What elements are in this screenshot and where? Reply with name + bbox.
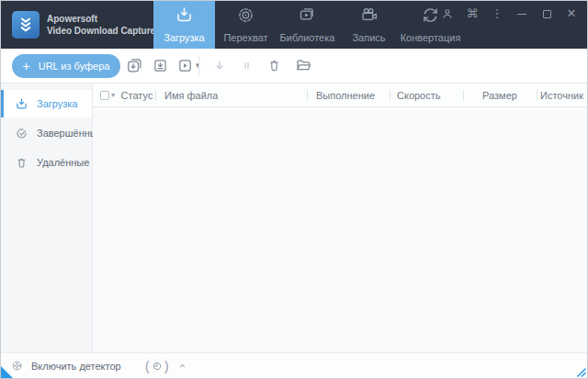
paren-close: ): [164, 359, 169, 373]
app-brand: Apowersoft Video Download Capture: [12, 11, 155, 39]
scheduler-button[interactable]: ( ): [145, 359, 169, 373]
url-from-clipboard-button[interactable]: + URL из буфера: [12, 54, 120, 78]
batch-download-button[interactable]: [126, 57, 143, 74]
folder-open-icon: [295, 57, 312, 74]
maximize-button[interactable]: [540, 7, 553, 20]
sidebar-item-label: Удалённые: [37, 157, 89, 168]
check-icon: [15, 127, 28, 140]
column-header-source[interactable]: Источник: [537, 84, 587, 106]
camera-icon: [359, 6, 379, 28]
convert-icon: [421, 6, 440, 28]
paren-open: (: [145, 359, 150, 373]
close-button[interactable]: ✕: [565, 7, 578, 20]
sidebar-item-deleted[interactable]: Удалённые: [1, 149, 92, 176]
title-bar: Apowersoft Video Download Capture Загруз…: [1, 1, 587, 49]
trash-icon: [15, 156, 28, 170]
tab-library[interactable]: Библиотека: [277, 1, 338, 49]
toolbar-divider: [198, 56, 199, 76]
chevron-up-icon[interactable]: [177, 361, 187, 371]
tab-label: Библиотека: [280, 33, 335, 43]
download-actions-group: ▾: [126, 57, 200, 74]
brand-line-1: Apowersoft: [47, 13, 155, 25]
arrow-down-icon: [212, 59, 227, 73]
caret-down-icon[interactable]: ▾: [111, 91, 115, 99]
minimize-button[interactable]: [515, 7, 528, 20]
brand-line-2: Video Download Capture: [47, 25, 155, 37]
tab-download[interactable]: Загрузка: [153, 1, 215, 49]
detector-toggle-label[interactable]: Включить детектор: [31, 361, 121, 372]
download-square-icon: [153, 58, 168, 73]
pause-button[interactable]: [240, 59, 254, 72]
tab-capture[interactable]: Перехват: [215, 1, 277, 49]
start-download-button[interactable]: [212, 59, 227, 73]
download-to-button[interactable]: [153, 58, 168, 73]
library-icon: [298, 6, 317, 28]
sidebar: Загрузка Завершённые Удалённые: [1, 84, 93, 352]
column-header-status[interactable]: Статус: [119, 84, 155, 106]
download-list: [93, 107, 587, 352]
sidebar-item-completed[interactable]: Завершённые: [1, 119, 92, 147]
open-folder-button[interactable]: [295, 57, 312, 74]
batch-download-icon: [126, 57, 143, 74]
play-download-button[interactable]: ▾: [177, 58, 200, 73]
window-controls: ⌘ ⋮ ✕: [441, 7, 578, 20]
detector-icon[interactable]: [10, 359, 24, 373]
download-icon: [15, 97, 28, 111]
more-menu-icon[interactable]: ⋮: [491, 7, 503, 20]
delete-button[interactable]: [266, 58, 282, 73]
tab-label: Перехват: [223, 33, 267, 43]
column-header-filename[interactable]: Имя файла: [155, 84, 307, 106]
task-actions-group: [212, 57, 312, 74]
column-header-size[interactable]: Размер: [463, 84, 537, 106]
play-square-icon: [177, 58, 193, 73]
column-header-speed[interactable]: Скорость: [390, 84, 463, 106]
trash-icon: [266, 58, 282, 73]
tab-label: Запись: [352, 33, 385, 43]
resize-grip[interactable]: [576, 367, 586, 377]
select-all-checkbox[interactable]: [100, 91, 109, 100]
tab-label: Загрузка: [164, 33, 204, 43]
main-tabs: Загрузка Перехват: [153, 1, 461, 49]
toolbar: + URL из буфера: [1, 49, 587, 84]
target-icon: [236, 6, 255, 28]
user-icon[interactable]: [441, 7, 454, 20]
status-bar: Включить детектор ( ): [1, 352, 587, 378]
sidebar-item-label: Загрузка: [37, 98, 77, 109]
column-header-progress[interactable]: Выполнение: [307, 84, 390, 106]
resize-grip-icon: [576, 367, 586, 377]
sidebar-item-downloads[interactable]: Загрузка: [1, 90, 92, 117]
tab-label: Конвертация: [401, 33, 461, 43]
select-all-cell: ▾: [93, 84, 119, 106]
pause-icon: [240, 59, 254, 72]
table-header: ▾ Статус Имя файла Выполнение Скорость Р…: [93, 84, 587, 107]
app-title: Apowersoft Video Download Capture: [47, 13, 155, 37]
url-button-label: URL из буфера: [39, 61, 110, 72]
download-icon: [175, 6, 194, 28]
plus-icon: +: [23, 60, 30, 72]
app-logo-icon: [12, 11, 40, 39]
app-window: Apowersoft Video Download Capture Загруз…: [0, 0, 588, 379]
clock-icon: [151, 360, 164, 373]
apps-icon[interactable]: ⌘: [466, 7, 479, 20]
tab-record[interactable]: Запись: [338, 1, 400, 49]
